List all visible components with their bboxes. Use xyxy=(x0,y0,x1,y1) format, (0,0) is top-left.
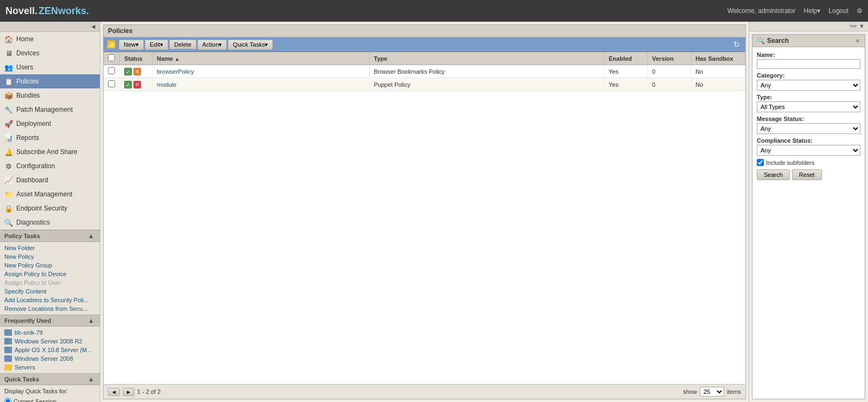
header-enabled[interactable]: Enabled xyxy=(604,52,648,65)
include-subfolders-checkbox[interactable] xyxy=(757,159,764,166)
sidebar-item-devices[interactable]: Devices xyxy=(0,46,100,60)
sidebar-item-reports[interactable]: Reports xyxy=(0,131,100,145)
dashboard-icon xyxy=(4,176,13,184)
include-subfolders-label[interactable]: Include subfolders xyxy=(766,159,814,166)
quick-tasks-collapse-btn[interactable]: ▲ xyxy=(87,375,95,383)
type-field-label: Type: xyxy=(757,94,860,100)
search-title-left: 🔍 Search xyxy=(757,37,789,44)
task-new-policy-group[interactable]: New Policy Group xyxy=(0,261,100,270)
action-button[interactable]: Action▾ xyxy=(197,40,227,50)
freq-item-apple: Apple OS X 10.8 Server (M... xyxy=(0,346,100,354)
row2-enabled-cell: Yes xyxy=(604,78,648,91)
header-status[interactable]: Status xyxy=(120,52,152,65)
sidebar-item-home[interactable]: Home xyxy=(0,32,100,46)
search-panel-expand-btn[interactable]: » xyxy=(854,37,860,44)
name-input[interactable] xyxy=(757,59,860,69)
freq-link-win2008[interactable]: Windows Server 2008 xyxy=(15,355,73,362)
next-page-btn[interactable]: ► xyxy=(123,388,135,396)
header-type[interactable]: Type xyxy=(369,52,604,65)
edit-button[interactable]: Edit▾ xyxy=(145,40,168,50)
row2-name-cell: module xyxy=(152,78,369,91)
row1-version-text: 0 xyxy=(652,68,655,75)
sidebar-item-diagnostics[interactable]: Diagnostics xyxy=(0,215,100,229)
sidebar-item-subscribe[interactable]: Subscribe And Share xyxy=(0,145,100,159)
quick-tasks-current-session-radio[interactable] xyxy=(4,398,11,402)
policies-toolbar: 📁 New▾ Edit▾ Delete Action▾ Quick Tasks▾… xyxy=(104,37,745,52)
sidebar-item-endpoint[interactable]: Endpoint Security xyxy=(0,201,100,215)
freq-link-servers[interactable]: Servers xyxy=(15,364,35,371)
items-per-page-select[interactable]: 25 50 100 xyxy=(700,387,724,397)
help-link[interactable]: Help▾ xyxy=(804,7,821,15)
settings-icon[interactable]: ⚙ xyxy=(857,7,863,15)
type-header-text: Type xyxy=(374,55,387,62)
logo: Novell. ZENworks. xyxy=(5,5,89,17)
items-label: items xyxy=(727,388,741,395)
puppet-policy-icon-2: P xyxy=(133,81,141,88)
freq-link-blr[interactable]: blr-smk-79 xyxy=(15,329,43,336)
computer-icon-win2008 xyxy=(4,355,12,362)
delete-button[interactable]: Delete xyxy=(169,40,196,49)
table-row: ✓ P module Puppet Policy Ye xyxy=(104,78,745,91)
logout-link[interactable]: Logout xyxy=(828,7,848,15)
policy-tasks-collapse-btn[interactable]: ▲ xyxy=(87,232,95,240)
task-add-locations[interactable]: Add Locations to Security Poli... xyxy=(0,296,100,304)
sidebar-item-policies[interactable]: Policies xyxy=(0,74,100,88)
sidebar-item-dashboard[interactable]: Dashboard xyxy=(0,173,100,187)
task-remove-locations[interactable]: Remove Locations from Secu... xyxy=(0,304,100,313)
freq-link-apple[interactable]: Apple OS X 10.8 Server (M... xyxy=(15,347,92,353)
app-header: Novell. ZENworks. Welcome, administrator… xyxy=(0,0,868,22)
sidebar-item-asset[interactable]: Asset Management xyxy=(0,187,100,201)
task-specify-content[interactable]: Specify Content xyxy=(0,287,100,296)
sidebar-item-label-users: Users xyxy=(16,63,33,71)
prev-page-btn[interactable]: ◄ xyxy=(108,388,120,396)
sidebar-collapse-btn[interactable]: ◄ xyxy=(89,23,98,30)
row1-type-cell: Browser Bookmarks Policy xyxy=(369,65,604,78)
quick-tasks-button[interactable]: Quick Tasks▾ xyxy=(228,40,273,50)
quick-tasks-current-session-label[interactable]: Current Session xyxy=(4,397,95,402)
header-has-sandbox[interactable]: Has Sandbox xyxy=(691,52,745,65)
row1-enabled-text: Yes xyxy=(609,68,618,75)
category-field-label: Category: xyxy=(757,72,860,79)
type-select[interactable]: All Types xyxy=(757,101,860,112)
row2-name-link[interactable]: module xyxy=(157,81,176,88)
reset-button[interactable]: Reset xyxy=(792,169,822,180)
name-field-label: Name: xyxy=(757,52,860,58)
new-button[interactable]: New▾ xyxy=(119,40,144,50)
header-version[interactable]: Version xyxy=(648,52,691,65)
compliance-status-field-label: Compliance Status: xyxy=(757,137,860,144)
row1-sandbox-text: No xyxy=(695,68,703,75)
task-assign-policy-device[interactable]: Assign Policy to Device xyxy=(0,270,100,278)
search-magnifier-icon: 🔍 xyxy=(757,37,765,44)
compliance-status-select[interactable]: Any xyxy=(757,145,860,156)
freq-link-win2008r2[interactable]: Windows Server 2008 R2 xyxy=(15,338,82,344)
policies-panel: Policies 📁 New▾ Edit▾ Delete Action▾ Qui… xyxy=(103,24,746,399)
frequently-used-label: Frequently Used xyxy=(4,317,51,324)
welcome-text: Welcome, administrator xyxy=(727,7,796,15)
row1-enabled-cell: Yes xyxy=(604,65,648,78)
task-new-policy[interactable]: New Policy xyxy=(0,252,100,261)
refresh-button[interactable]: ↻ xyxy=(731,39,742,50)
sidebar-item-configuration[interactable]: Configuration xyxy=(0,159,100,173)
row1-name-link[interactable]: browserPolicy xyxy=(157,68,194,75)
status-green-icon-2: ✓ xyxy=(124,81,132,88)
search-panel: 🔍 Search » Name: Category: Any Ty xyxy=(752,34,865,399)
freq-used-collapse-btn[interactable]: ▲ xyxy=(87,317,95,324)
category-select[interactable]: Any xyxy=(757,80,860,91)
row1-checkbox[interactable] xyxy=(108,67,115,74)
message-status-select[interactable]: Any xyxy=(757,123,860,134)
policy-tasks-section-header: Policy Tasks ▲ xyxy=(0,230,100,242)
search-button[interactable]: Search xyxy=(757,169,790,180)
sidebar-item-users[interactable]: Users xyxy=(0,60,100,74)
select-all-checkbox[interactable] xyxy=(108,54,115,61)
table-header-row: Status Name ▲ Type Enabled xyxy=(104,52,745,65)
sidebar-item-label-dashboard: Dashboard xyxy=(16,176,48,184)
sidebar-item-patch[interactable]: Patch Management xyxy=(0,103,100,117)
sidebar-item-deployment[interactable]: Deployment xyxy=(0,117,100,131)
search-body: Name: Category: Any Type: All Types Mess… xyxy=(752,47,865,184)
row1-version-cell: 0 xyxy=(648,65,691,78)
sidebar: ◄ Home Devices Users Policies Bundles xyxy=(0,22,100,402)
header-name[interactable]: Name ▲ xyxy=(152,52,369,65)
sidebar-item-bundles[interactable]: Bundles xyxy=(0,88,100,103)
row2-checkbox[interactable] xyxy=(108,80,115,87)
task-new-folder[interactable]: New Folder xyxy=(0,244,100,252)
